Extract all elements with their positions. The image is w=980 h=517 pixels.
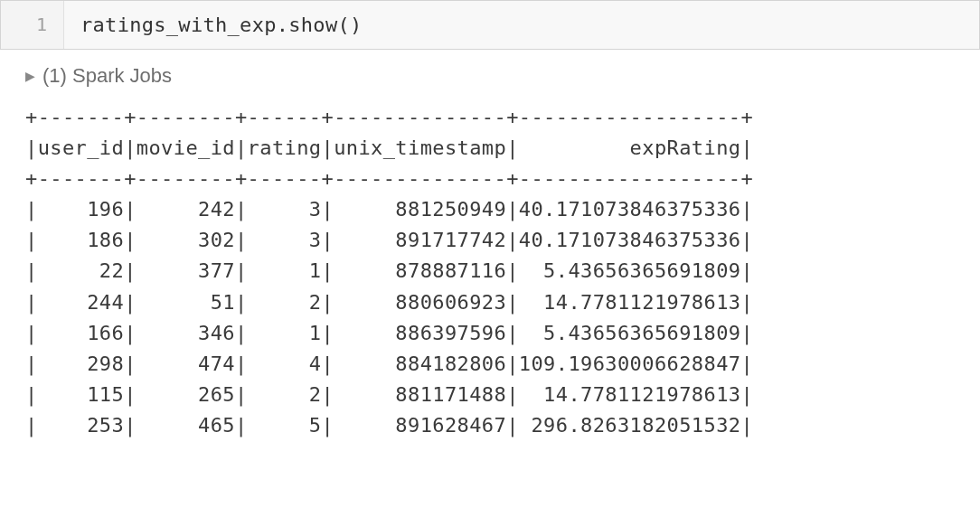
- code-cell[interactable]: 1 ratings_with_exp.show(): [0, 0, 980, 50]
- code-content[interactable]: ratings_with_exp.show(): [64, 1, 979, 49]
- output-section: ▶ (1) Spark Jobs +-------+--------+-----…: [0, 64, 980, 441]
- chevron-right-icon: ▶: [25, 69, 35, 83]
- table-output: +-------+--------+------+--------------+…: [25, 102, 955, 441]
- spark-jobs-toggle[interactable]: ▶ (1) Spark Jobs: [25, 64, 955, 88]
- line-number-gutter: 1: [1, 1, 64, 49]
- spark-jobs-label: (1) Spark Jobs: [42, 64, 172, 88]
